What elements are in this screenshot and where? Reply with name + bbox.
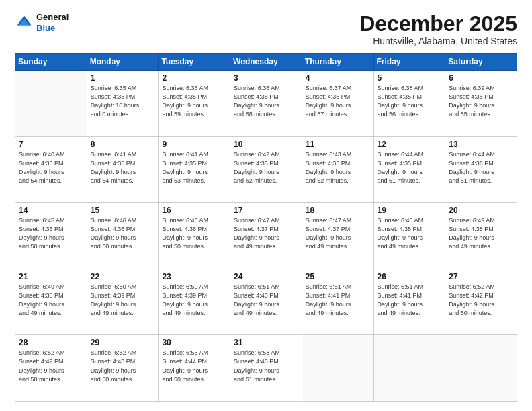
day-info: Sunrise: 6:51 AMSunset: 4:41 PMDaylight:… xyxy=(306,283,370,318)
day-info: Sunrise: 6:52 AMSunset: 4:42 PMDaylight:… xyxy=(449,283,513,318)
day-number: 3 xyxy=(234,73,298,83)
calendar-cell: 20Sunrise: 6:49 AMSunset: 4:38 PMDayligh… xyxy=(445,203,517,269)
subtitle: Huntsville, Alabama, United States xyxy=(359,36,517,46)
day-number: 25 xyxy=(306,272,370,281)
day-info: Sunrise: 6:52 AMSunset: 4:42 PMDaylight:… xyxy=(19,349,83,383)
calendar-cell: 1Sunrise: 6:35 AMSunset: 4:35 PMDaylight… xyxy=(87,71,159,137)
day-number: 13 xyxy=(449,140,513,149)
calendar-header-tuesday: Tuesday xyxy=(159,54,230,71)
day-number: 5 xyxy=(378,73,442,83)
day-info: Sunrise: 6:38 AMSunset: 4:35 PMDaylight:… xyxy=(378,84,442,119)
day-number: 6 xyxy=(449,73,513,83)
calendar-cell: 22Sunrise: 6:50 AMSunset: 4:39 PMDayligh… xyxy=(87,269,159,335)
logo-line1: General xyxy=(36,12,69,23)
day-info: Sunrise: 6:48 AMSunset: 4:38 PMDaylight:… xyxy=(378,216,442,251)
calendar-cell: 23Sunrise: 6:50 AMSunset: 4:39 PMDayligh… xyxy=(159,269,230,335)
day-number: 26 xyxy=(378,272,442,281)
day-info: Sunrise: 6:49 AMSunset: 4:38 PMDaylight:… xyxy=(449,216,513,251)
day-number: 10 xyxy=(234,140,298,149)
day-number: 14 xyxy=(19,205,83,215)
day-info: Sunrise: 6:46 AMSunset: 4:36 PMDaylight:… xyxy=(91,216,155,251)
calendar-cell: 29Sunrise: 6:52 AMSunset: 4:43 PMDayligh… xyxy=(87,335,159,402)
day-number: 9 xyxy=(162,140,226,149)
calendar-header-monday: Monday xyxy=(87,54,159,71)
day-number: 22 xyxy=(91,272,155,281)
day-number: 16 xyxy=(162,205,226,215)
day-info: Sunrise: 6:43 AMSunset: 4:35 PMDaylight:… xyxy=(306,150,370,185)
calendar-cell: 10Sunrise: 6:42 AMSunset: 4:35 PMDayligh… xyxy=(230,136,302,203)
day-number: 19 xyxy=(378,205,442,215)
calendar-cell: 28Sunrise: 6:52 AMSunset: 4:42 PMDayligh… xyxy=(15,335,87,402)
day-number: 2 xyxy=(162,73,226,83)
calendar-cell: 27Sunrise: 6:52 AMSunset: 4:42 PMDayligh… xyxy=(445,269,517,335)
day-info: Sunrise: 6:52 AMSunset: 4:43 PMDaylight:… xyxy=(91,349,155,383)
calendar-cell xyxy=(373,335,445,402)
calendar-cell: 17Sunrise: 6:47 AMSunset: 4:37 PMDayligh… xyxy=(230,203,302,269)
day-info: Sunrise: 6:51 AMSunset: 4:40 PMDaylight:… xyxy=(234,283,298,318)
logo-text: General Blue xyxy=(36,12,69,33)
day-info: Sunrise: 6:41 AMSunset: 4:35 PMDaylight:… xyxy=(91,150,155,185)
calendar-cell: 26Sunrise: 6:51 AMSunset: 4:41 PMDayligh… xyxy=(373,269,445,335)
day-number: 15 xyxy=(91,205,155,215)
calendar-header-sunday: Sunday xyxy=(15,54,87,71)
calendar-cell: 7Sunrise: 6:40 AMSunset: 4:35 PMDaylight… xyxy=(15,136,87,203)
day-info: Sunrise: 6:47 AMSunset: 4:37 PMDaylight:… xyxy=(234,216,298,251)
logo-icon xyxy=(15,13,34,32)
calendar-cell xyxy=(15,71,87,137)
calendar-week-row: 21Sunrise: 6:49 AMSunset: 4:38 PMDayligh… xyxy=(15,269,517,335)
calendar-cell: 2Sunrise: 6:36 AMSunset: 4:35 PMDaylight… xyxy=(159,71,230,137)
header: General Blue December 2025 Huntsville, A… xyxy=(15,12,517,46)
logo-line2: Blue xyxy=(36,23,69,34)
day-number: 29 xyxy=(91,338,155,347)
day-info: Sunrise: 6:40 AMSunset: 4:35 PMDaylight:… xyxy=(19,150,83,185)
day-info: Sunrise: 6:53 AMSunset: 4:44 PMDaylight:… xyxy=(162,349,226,383)
logo: General Blue xyxy=(15,12,69,33)
day-number: 20 xyxy=(449,205,513,215)
calendar-header-saturday: Saturday xyxy=(445,54,517,71)
calendar-header-wednesday: Wednesday xyxy=(230,54,302,71)
day-number: 27 xyxy=(449,272,513,281)
day-number: 23 xyxy=(162,272,226,281)
day-info: Sunrise: 6:44 AMSunset: 4:35 PMDaylight:… xyxy=(378,150,442,185)
day-number: 17 xyxy=(234,205,298,215)
calendar-cell: 24Sunrise: 6:51 AMSunset: 4:40 PMDayligh… xyxy=(230,269,302,335)
day-info: Sunrise: 6:51 AMSunset: 4:41 PMDaylight:… xyxy=(378,283,442,318)
calendar-cell: 11Sunrise: 6:43 AMSunset: 4:35 PMDayligh… xyxy=(302,136,373,203)
calendar-week-row: 7Sunrise: 6:40 AMSunset: 4:35 PMDaylight… xyxy=(15,136,517,203)
day-info: Sunrise: 6:42 AMSunset: 4:35 PMDaylight:… xyxy=(234,150,298,185)
day-number: 30 xyxy=(162,338,226,347)
day-info: Sunrise: 6:50 AMSunset: 4:39 PMDaylight:… xyxy=(162,283,226,318)
day-info: Sunrise: 6:50 AMSunset: 4:39 PMDaylight:… xyxy=(91,283,155,318)
page: General Blue December 2025 Huntsville, A… xyxy=(0,0,532,411)
day-number: 11 xyxy=(306,140,370,149)
day-number: 21 xyxy=(19,272,83,281)
calendar-cell: 30Sunrise: 6:53 AMSunset: 4:44 PMDayligh… xyxy=(159,335,230,402)
day-number: 31 xyxy=(234,338,298,347)
day-info: Sunrise: 6:46 AMSunset: 4:36 PMDaylight:… xyxy=(162,216,226,251)
calendar-cell: 25Sunrise: 6:51 AMSunset: 4:41 PMDayligh… xyxy=(302,269,373,335)
day-info: Sunrise: 6:49 AMSunset: 4:38 PMDaylight:… xyxy=(19,283,83,318)
calendar-cell: 19Sunrise: 6:48 AMSunset: 4:38 PMDayligh… xyxy=(373,203,445,269)
day-number: 1 xyxy=(91,73,155,83)
calendar-cell: 5Sunrise: 6:38 AMSunset: 4:35 PMDaylight… xyxy=(373,71,445,137)
day-info: Sunrise: 6:37 AMSunset: 4:35 PMDaylight:… xyxy=(306,84,370,119)
calendar-cell: 16Sunrise: 6:46 AMSunset: 4:36 PMDayligh… xyxy=(159,203,230,269)
main-title: December 2025 xyxy=(359,12,517,36)
calendar-header-thursday: Thursday xyxy=(302,54,373,71)
day-info: Sunrise: 6:53 AMSunset: 4:45 PMDaylight:… xyxy=(234,349,298,383)
calendar-cell: 9Sunrise: 6:41 AMSunset: 4:35 PMDaylight… xyxy=(159,136,230,203)
calendar-cell xyxy=(302,335,373,402)
day-info: Sunrise: 6:41 AMSunset: 4:35 PMDaylight:… xyxy=(162,150,226,185)
day-info: Sunrise: 6:36 AMSunset: 4:35 PMDaylight:… xyxy=(162,84,226,119)
calendar-cell: 8Sunrise: 6:41 AMSunset: 4:35 PMDaylight… xyxy=(87,136,159,203)
calendar-header-row: SundayMondayTuesdayWednesdayThursdayFrid… xyxy=(15,54,517,71)
calendar-cell xyxy=(445,335,517,402)
day-info: Sunrise: 6:39 AMSunset: 4:35 PMDaylight:… xyxy=(449,84,513,119)
calendar-cell: 13Sunrise: 6:44 AMSunset: 4:36 PMDayligh… xyxy=(445,136,517,203)
calendar-cell: 4Sunrise: 6:37 AMSunset: 4:35 PMDaylight… xyxy=(302,71,373,137)
day-number: 24 xyxy=(234,272,298,281)
calendar-cell: 21Sunrise: 6:49 AMSunset: 4:38 PMDayligh… xyxy=(15,269,87,335)
day-number: 12 xyxy=(378,140,442,149)
calendar-cell: 6Sunrise: 6:39 AMSunset: 4:35 PMDaylight… xyxy=(445,71,517,137)
calendar-week-row: 14Sunrise: 6:45 AMSunset: 4:36 PMDayligh… xyxy=(15,203,517,269)
